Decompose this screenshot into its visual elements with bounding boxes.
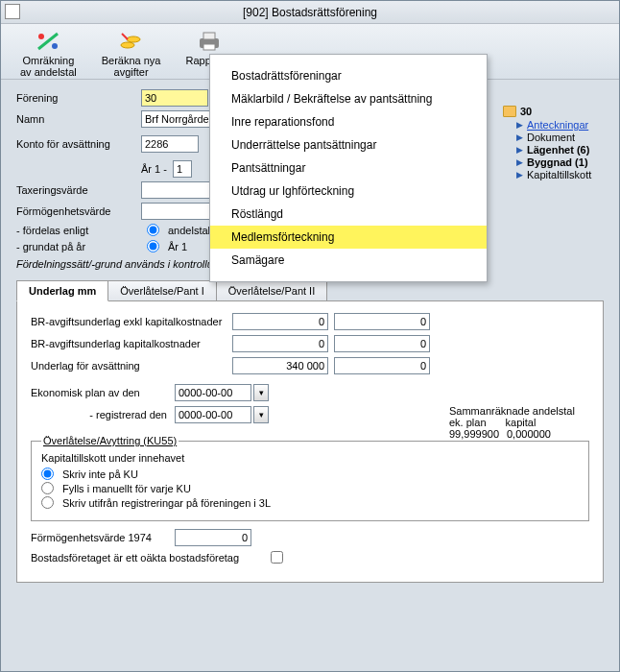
- tree-item[interactable]: ▶Kapitaltillskott: [516, 169, 608, 180]
- recalc-shares-button[interactable]: Omräkning av andelstal: [16, 28, 81, 80]
- money-icon: [118, 30, 145, 53]
- bravg-exkl-b[interactable]: [334, 313, 430, 330]
- ar1-input[interactable]: [173, 160, 192, 178]
- svg-rect-6: [203, 44, 215, 50]
- titlebar: [902] Bostadsrättsförening: [1, 1, 619, 24]
- tree-root-label[interactable]: 30: [520, 106, 532, 117]
- tree-item[interactable]: ▶Lägenhet (6): [516, 144, 608, 156]
- window-sys-icon[interactable]: [5, 4, 20, 19]
- label-fordelas: - fördelas enligt: [16, 225, 141, 236]
- radio-ku-skip[interactable]: [41, 468, 54, 480]
- tool-label: av andelstal: [20, 66, 77, 78]
- tree-item-label[interactable]: Kapitaltillskott: [527, 169, 591, 180]
- underlag-a[interactable]: [232, 357, 328, 374]
- date-ekplan[interactable]: [175, 384, 251, 401]
- label-namn: Namn: [16, 113, 141, 125]
- label-forening: Förening: [16, 92, 141, 104]
- bravg-kap-a[interactable]: [232, 335, 328, 352]
- label-ar1: År 1 -: [141, 163, 167, 175]
- opt-ar1: År 1: [168, 241, 187, 252]
- tab-pant2[interactable]: Överlåtelse/Pant II: [216, 280, 328, 301]
- label-form74: Förmögenhetsvärde 1974: [31, 532, 175, 543]
- tab-strip: Underlag mm Överlåtelse/Pant I Överlåtel…: [16, 279, 604, 300]
- summary-head: Sammanräknade andelstal: [449, 405, 593, 417]
- menu-item[interactable]: Medlemsförteckning: [210, 226, 487, 249]
- tree-item-label[interactable]: Byggnad (1): [527, 156, 588, 168]
- tool-label: Omräkning: [22, 55, 74, 66]
- tree-item-label[interactable]: Dokument: [527, 132, 575, 143]
- opt-andelstal: andelstal: [168, 225, 210, 236]
- chevron-right-icon: ▶: [516, 157, 523, 167]
- konto-input[interactable]: [141, 135, 199, 153]
- checkbox-oakta[interactable]: [271, 551, 283, 564]
- tab-body: BR-avgiftsunderlag exkl kapitalkostnader…: [16, 300, 604, 583]
- date-reg-dropdown[interactable]: ▾: [253, 406, 269, 423]
- svg-rect-5: [203, 33, 215, 39]
- svg-point-1: [52, 43, 58, 49]
- chevron-right-icon: ▶: [516, 132, 523, 142]
- summary-val2: 0,000000: [507, 428, 551, 440]
- label-registrerad: - registrerad den: [31, 409, 175, 420]
- svg-point-3: [127, 36, 140, 42]
- radio-ku-3l[interactable]: [41, 496, 54, 509]
- label-bravg-exkl: BR-avgiftsunderlag exkl kapitalkostnader: [31, 316, 232, 327]
- tree-item[interactable]: ▶Byggnad (1): [516, 156, 608, 168]
- forening-input[interactable]: [141, 89, 208, 107]
- menu-item[interactable]: Underrättelse pantsättningar: [210, 133, 487, 156]
- chevron-right-icon: ▶: [516, 170, 523, 180]
- label-formogen: Förmögenhetsvärde: [16, 205, 141, 217]
- kap-head: Kapitaltillskott under innehavet: [41, 452, 579, 464]
- radio-ku-manual[interactable]: [41, 482, 54, 494]
- tree-item[interactable]: ▶Dokument: [516, 132, 608, 143]
- summary-val1: 99,999900: [449, 428, 499, 440]
- label-bravg-kap: BR-avgiftsunderlag kapitalkostnader: [31, 338, 232, 349]
- recalc-fees-button[interactable]: Beräkna nya avgifter: [98, 28, 165, 80]
- svg-point-2: [121, 42, 134, 48]
- window-title: [902] Bostadsrättsförening: [243, 6, 377, 19]
- ku55-legend: Överlåtelse/Avyttring (KU55): [41, 435, 179, 446]
- menu-item[interactable]: Utdrag ur lghförteckning: [210, 180, 487, 203]
- menu-item[interactable]: Inre reparationsfond: [210, 110, 487, 133]
- bravg-kap-b[interactable]: [334, 335, 430, 352]
- tab-pant1[interactable]: Överlåtelse/Pant I: [107, 280, 216, 301]
- label-grundat: - grundat på år: [16, 241, 141, 252]
- menu-item[interactable]: Samägare: [210, 249, 487, 272]
- svg-point-0: [38, 34, 44, 39]
- menu-item[interactable]: Mäklarbild / Bekräftelse av pantsättning: [210, 87, 487, 110]
- tree-item[interactable]: ▶Anteckningar: [516, 119, 608, 131]
- underlag-b[interactable]: [334, 357, 430, 374]
- form74-input[interactable]: [175, 529, 251, 546]
- reports-menu: BostadrättsföreningarMäklarbild / Bekräf…: [209, 54, 488, 282]
- label-underlag: Underlag för avsättning: [31, 360, 232, 372]
- tab-underlag[interactable]: Underlag mm: [16, 280, 108, 301]
- chevron-right-icon: ▶: [516, 145, 523, 155]
- summary-col1: ek. plan: [449, 417, 487, 428]
- chevron-right-icon: ▶: [516, 120, 523, 130]
- tool-label: avgifter: [114, 66, 149, 78]
- tree-item-label[interactable]: Lägenhet (6): [527, 144, 589, 156]
- label-konto: Konto för avsättning: [16, 138, 141, 150]
- menu-item[interactable]: Pantsättningar: [210, 156, 487, 180]
- date-ekplan-dropdown[interactable]: ▾: [253, 384, 269, 401]
- menu-item[interactable]: Bostadrättsföreningar: [210, 64, 487, 87]
- label-oakta: Bostadsföretaget är ett oäkta bostadsför…: [31, 552, 271, 564]
- bravg-exkl-a[interactable]: [232, 313, 328, 330]
- radio-andelstal[interactable]: [147, 224, 159, 236]
- radio-ar1[interactable]: [147, 240, 159, 252]
- opt-ku-3l: Skriv utifrån registreringar på förening…: [62, 497, 271, 509]
- percent-icon: [35, 30, 61, 53]
- label-tax: Taxeringsvärde: [16, 184, 141, 196]
- label-ekplan: Ekonomisk plan av den: [31, 387, 175, 398]
- printer-icon: [196, 30, 223, 53]
- menu-item[interactable]: Röstlängd: [210, 203, 487, 226]
- opt-ku-skip: Skriv inte på KU: [62, 468, 138, 480]
- tool-label: Beräkna nya: [102, 55, 161, 66]
- tree-item-label[interactable]: Anteckningar: [527, 119, 588, 131]
- summary-block: Sammanräknade andelstal ek. plan kapital…: [449, 405, 593, 440]
- nav-tree: 30 ▶Anteckningar▶Dokument▶Lägenhet (6)▶B…: [503, 106, 608, 181]
- date-reg[interactable]: [175, 406, 251, 423]
- summary-col2: kapital: [506, 417, 537, 428]
- folder-icon: [503, 106, 516, 117]
- opt-ku-manual: Fylls i manuellt för varje KU: [62, 483, 191, 494]
- ku55-fieldset: Överlåtelse/Avyttring (KU55) Kapitaltill…: [31, 435, 589, 521]
